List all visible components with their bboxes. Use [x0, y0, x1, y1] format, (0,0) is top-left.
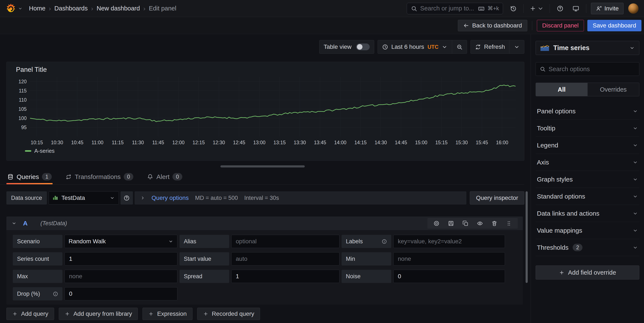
help-icon [124, 195, 130, 201]
query-actions [428, 218, 518, 229]
back-to-dashboard-button[interactable]: Back to dashboard [458, 20, 527, 31]
drag-handle[interactable] [505, 220, 512, 227]
toggle-knob [357, 44, 362, 50]
duplicate-query-button[interactable] [462, 220, 469, 227]
history-button[interactable] [508, 3, 519, 14]
target-icon-button[interactable] [433, 220, 440, 227]
svg-text:115: 115 [19, 88, 26, 94]
section-legend[interactable]: Legend [536, 137, 639, 154]
alias-input[interactable] [231, 235, 340, 248]
segment-overrides[interactable]: Overrides [588, 83, 639, 96]
discard-panel-button[interactable]: Discard panel [537, 20, 584, 31]
section-axis[interactable]: Axis [536, 154, 639, 171]
section-count-badge: 2 [573, 244, 582, 251]
info-icon [53, 291, 58, 296]
section-panel-options[interactable]: Panel options [536, 103, 639, 120]
legend-item-a-series[interactable]: A-series [25, 148, 54, 154]
spread-input[interactable] [231, 270, 340, 283]
breadcrumb-item-dashboards[interactable]: Dashboards [54, 5, 88, 12]
plus-icon [64, 311, 70, 316]
invite-button[interactable]: Invite [591, 3, 624, 14]
chevron-down-icon [632, 194, 638, 199]
active-tab-underline [6, 183, 52, 184]
section-label: Value mappings [537, 227, 582, 234]
trash-icon [491, 220, 498, 226]
options-sections: Panel optionsTooltipLegendAxisGraph styl… [536, 103, 639, 256]
add-override-label: Add field override [568, 269, 616, 276]
query-options-bar[interactable]: Query options MD = auto = 500 Interval =… [134, 191, 466, 205]
query-header[interactable]: A (TestData) [6, 216, 523, 230]
min-input[interactable] [393, 252, 505, 265]
labels-input[interactable] [393, 235, 505, 248]
recorded-query-button[interactable]: Recorded query [197, 308, 260, 320]
section-value-mappings[interactable]: Value mappings [536, 222, 639, 239]
svg-text:11:00: 11:00 [92, 140, 104, 145]
timezone-label: UTC [428, 44, 438, 50]
add-query-from-library-button[interactable]: Add query from library [59, 308, 138, 320]
section-tooltip[interactable]: Tooltip [536, 120, 639, 137]
add-field-override-button[interactable]: Add field override [536, 265, 639, 279]
back-label: Back to dashboard [472, 22, 522, 29]
section-thresholds[interactable]: Thresholds2 [536, 239, 639, 256]
segment-all[interactable]: All [536, 83, 588, 96]
svg-text:12:45: 12:45 [233, 140, 245, 145]
table-view-group: Table view [319, 40, 374, 54]
start-value-input[interactable] [231, 252, 340, 265]
visualization-picker[interactable]: Time series [536, 41, 639, 55]
query-datasource-hint: (TestData) [40, 220, 67, 227]
chevron-down-icon [12, 221, 16, 226]
org-menu[interactable] [6, 3, 22, 14]
add-query-button[interactable]: Add query [6, 308, 54, 320]
drop-percent-input[interactable] [64, 287, 178, 300]
horizontal-scrollbar[interactable] [220, 165, 305, 167]
options-search-input[interactable] [548, 66, 635, 73]
zoom-out-button[interactable] [452, 40, 467, 54]
history-icon [510, 5, 517, 12]
datasource-help-button[interactable] [120, 191, 133, 205]
help-button[interactable] [554, 3, 566, 14]
noise-input[interactable] [393, 270, 505, 283]
toggle-visibility-button[interactable] [476, 220, 483, 227]
table-view-toggle[interactable]: Table view [320, 40, 374, 54]
button-label: Recorded query [212, 310, 254, 317]
query-inspector-button[interactable]: Query inspector [470, 191, 524, 205]
save-dashboard-button[interactable]: Save dashboard [587, 20, 642, 31]
search-box[interactable]: ⌘+k [407, 3, 503, 14]
plus-icon [148, 311, 154, 316]
section-graph-styles[interactable]: Graph styles [536, 171, 639, 188]
chevron-down-icon [442, 44, 448, 50]
section-data-links-and-actions[interactable]: Data links and actions [536, 205, 639, 222]
save-query-button[interactable] [448, 220, 454, 227]
refresh-interval-picker[interactable] [509, 40, 524, 54]
query-options-label[interactable]: Query options [152, 194, 189, 201]
search-input[interactable] [420, 5, 475, 12]
table-view-switch[interactable] [356, 44, 370, 50]
tab-label: Alert [156, 173, 170, 180]
delete-query-button[interactable] [491, 220, 498, 227]
min-label: Min [342, 252, 391, 265]
edit-actions-bar: Back to dashboard Discard panel Save das… [0, 17, 644, 34]
avatar[interactable] [628, 4, 638, 14]
refresh-button[interactable]: Refresh [471, 40, 509, 54]
scenario-select[interactable]: Random Walk [64, 235, 178, 248]
noise-label: Noise [342, 270, 391, 283]
options-search[interactable] [536, 62, 639, 76]
vertical-scrollbar[interactable] [526, 191, 528, 283]
breadcrumb-item-new-dashboard[interactable]: New dashboard [97, 5, 140, 12]
tab-queries[interactable]: Queries1 [7, 169, 52, 184]
time-range-picker[interactable]: Last 6 hours UTC [378, 40, 452, 54]
expression-button[interactable]: Expression [142, 308, 192, 320]
datasource-picker[interactable]: TestData [48, 191, 119, 205]
panel-title[interactable]: Panel Title [12, 65, 518, 75]
tab-transformations[interactable]: Transformations0 [66, 169, 134, 184]
series-count-input[interactable] [64, 252, 178, 265]
new-menu-button[interactable] [528, 3, 545, 14]
plus-icon [12, 311, 18, 316]
series-line-a-series [30, 85, 516, 122]
tab-alert[interactable]: Alert0 [147, 169, 182, 184]
button-label: Add query from library [74, 310, 132, 317]
breadcrumb-item-home[interactable]: Home [29, 5, 45, 12]
section-standard-options[interactable]: Standard options [536, 188, 639, 205]
max-input[interactable] [64, 270, 178, 283]
news-button[interactable] [570, 3, 582, 14]
